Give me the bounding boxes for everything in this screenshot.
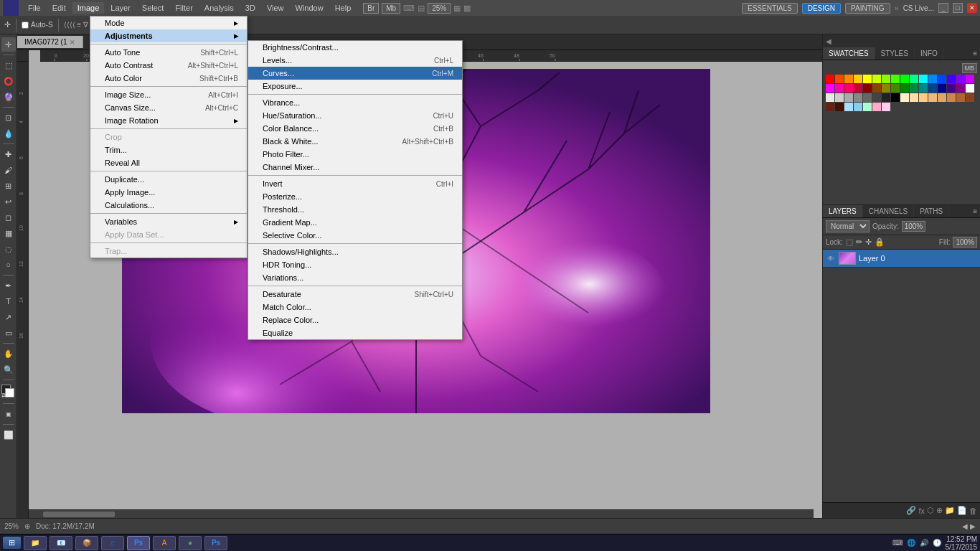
swatch-dark-brown[interactable] [966, 93, 974, 102]
lasso-tool[interactable]: ⭕ [1, 74, 16, 88]
lock-all-btn[interactable]: 🔒 [875, 237, 885, 247]
swatch-camel[interactable] [938, 93, 946, 102]
swatch-green-cyan[interactable] [910, 75, 918, 83]
swatch-forest-green[interactable] [900, 84, 909, 93]
swatch-light-orange[interactable] [919, 93, 928, 102]
adj-color-balance[interactable]: Color Balance... Ctrl+B [248, 122, 462, 135]
add-adjustment-btn[interactable]: ⊕ [936, 506, 943, 515]
menu-item-auto-color[interactable]: Auto Color Shift+Ctrl+B [90, 72, 247, 85]
taskbar-item-amazon[interactable]: A [153, 536, 176, 550]
lock-transparent-btn[interactable]: ⬚ [846, 237, 853, 247]
swatch-very-dark-brown[interactable] [835, 103, 844, 111]
eyedropper-tool[interactable]: 💧 [1, 126, 16, 141]
swatch-blue-cyan[interactable] [928, 75, 937, 83]
stamp-tool[interactable]: ⊞ [1, 179, 16, 193]
adj-gradient-map[interactable]: Gradient Map... [248, 216, 462, 229]
document-tab[interactable]: IMAG0772 (1 ✕ [17, 36, 83, 48]
swatch-very-dark-gray[interactable] [882, 93, 890, 102]
swatch-magenta[interactable] [826, 84, 834, 93]
mini-bridge-btn[interactable]: Mb [382, 3, 400, 14]
taskbar-item-ps[interactable]: Ps [127, 536, 150, 550]
swatch-bright-yellow[interactable] [863, 75, 872, 83]
auto-select-checkbox[interactable] [22, 22, 29, 29]
swatch-dark-violet[interactable] [947, 84, 956, 93]
swatch-medium-brown[interactable] [956, 93, 965, 102]
maximize-btn[interactable]: □ [953, 3, 963, 13]
menu-item-variables[interactable]: Variables ▶ [90, 215, 247, 228]
blur-tool[interactable]: ◌ [1, 242, 16, 256]
delete-layer-btn[interactable]: 🗑 [969, 507, 977, 515]
taskbar-item-chrome[interactable]: ● [179, 536, 202, 550]
swatch-mid-gray[interactable] [844, 93, 853, 102]
marquee-tool[interactable]: ⬚ [1, 58, 16, 72]
swatch-dark-blue[interactable] [928, 84, 937, 93]
menu-item-reveal-all[interactable]: Reveal All [90, 156, 247, 169]
menu-item-image-rotation[interactable]: Image Rotation ▶ [90, 114, 247, 127]
dodge-tool[interactable]: ○ [1, 258, 16, 272]
menu-filter[interactable]: Filter [170, 2, 197, 14]
minimize-btn[interactable]: _ [938, 3, 948, 13]
swatch-blue[interactable] [938, 75, 946, 83]
layer-visibility-icon[interactable]: 👁 [826, 253, 836, 263]
fill-value[interactable]: 100% [953, 237, 977, 248]
type-tool[interactable]: T [1, 294, 16, 309]
zoom-status[interactable]: 25% [4, 522, 19, 530]
adj-match-color[interactable]: Match Color... [248, 301, 462, 314]
adj-equalize[interactable]: Equalize [248, 326, 462, 339]
adj-selective-color[interactable]: Selective Color... [248, 229, 462, 242]
adj-posterize[interactable]: Posterize... [248, 190, 462, 203]
menu-window[interactable]: Window [291, 2, 329, 14]
tab-swatches[interactable]: SWATCHES [823, 47, 875, 60]
h-scrollbar[interactable] [29, 509, 814, 518]
swatch-rose[interactable] [882, 103, 890, 111]
bridge-btn[interactable]: Br [363, 3, 379, 14]
taskbar-item-ie[interactable]: e [101, 536, 124, 550]
taskbar-item-dropbox[interactable]: 📦 [75, 536, 98, 550]
swatch-white[interactable] [966, 84, 974, 93]
swatch-orange-red[interactable] [835, 75, 844, 83]
essentials-btn[interactable]: ESSENTIALS [742, 3, 798, 14]
swatch-crimson[interactable] [854, 84, 862, 93]
swatch-light-pink[interactable] [872, 103, 881, 111]
swatch-dark-green[interactable] [891, 84, 900, 93]
swatch-dark-gray1[interactable] [863, 93, 872, 102]
swatches-menu-btn[interactable]: ≡ [973, 50, 977, 57]
swatch-violet[interactable] [947, 75, 956, 83]
color-picker[interactable]: ⇄ [1, 385, 16, 399]
adj-channel-mixer[interactable]: Channel Mixer... [248, 161, 462, 174]
swatch-light-gray1[interactable] [826, 93, 834, 102]
swatch-dark-purple[interactable] [956, 84, 965, 93]
adj-photo-filter[interactable]: Photo Filter... [248, 148, 462, 161]
menu-item-auto-tone[interactable]: Auto Tone Shift+Ctrl+L [90, 46, 247, 59]
h-scrollbar-thumb[interactable] [43, 512, 115, 517]
adj-desaturate[interactable]: Desaturate Shift+Ctrl+U [248, 288, 462, 301]
opacity-value[interactable]: 100% [902, 221, 926, 232]
move-tool[interactable]: ✛ [1, 37, 16, 52]
brush-tool[interactable]: 🖌 [1, 163, 16, 177]
swatch-light-blue[interactable] [844, 103, 853, 111]
tab-channels[interactable]: CHANNELS [863, 205, 914, 217]
add-mask-btn[interactable]: ⬡ [927, 506, 934, 515]
swatch-red[interactable] [826, 75, 834, 83]
link-layers-btn[interactable]: 🔗 [906, 506, 916, 515]
swatch-olive[interactable] [882, 84, 890, 93]
layer-item[interactable]: 👁 Layer 0 [823, 250, 980, 268]
hand-tool[interactable]: ✋ [1, 347, 16, 361]
crop-tool[interactable]: ⊡ [1, 110, 16, 125]
adj-variations[interactable]: Variations... [248, 271, 462, 284]
adj-shadows-highlights[interactable]: Shadows/Highlights... [248, 245, 462, 258]
heal-tool[interactable]: ✚ [1, 147, 16, 161]
menu-layer[interactable]: Layer [105, 2, 136, 14]
menu-item-auto-contrast[interactable]: Auto Contrast Alt+Shift+Ctrl+L [90, 59, 247, 72]
close-tab-icon[interactable]: ✕ [70, 39, 75, 46]
adj-curves[interactable]: Curves... Ctrl+M [248, 67, 462, 80]
swatch-teal-green[interactable] [910, 84, 918, 93]
adj-replace-color[interactable]: Replace Color... [248, 314, 462, 326]
swatch-sienna[interactable] [826, 103, 834, 111]
start-button[interactable]: ⊞ [3, 537, 21, 549]
swatch-green-lime[interactable] [891, 75, 900, 83]
adj-invert[interactable]: Invert Ctrl+I [248, 177, 462, 190]
swatch-sky-blue[interactable] [854, 103, 862, 111]
zoom-display[interactable]: 25% [428, 3, 451, 14]
tab-info[interactable]: INFO [915, 47, 944, 60]
